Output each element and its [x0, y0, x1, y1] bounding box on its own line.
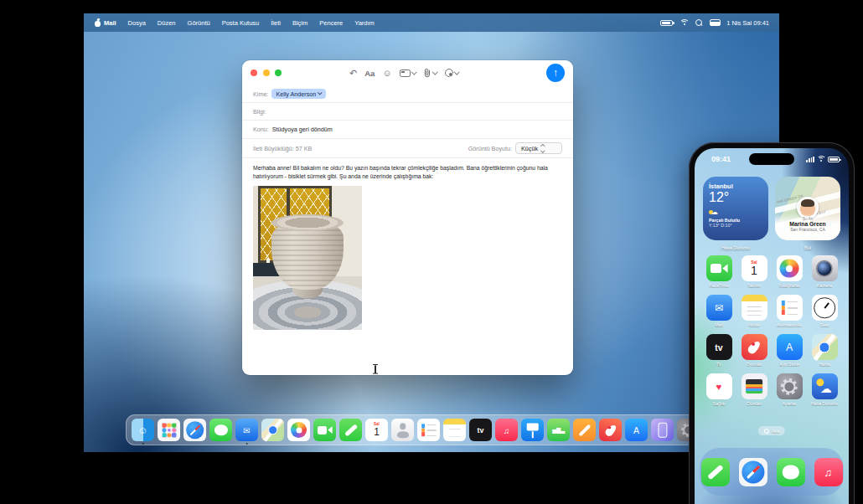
contacts-icon[interactable]	[391, 419, 414, 441]
home-app-clock[interactable]: Saat	[807, 295, 842, 327]
control-center-icon[interactable]	[710, 19, 720, 26]
dock-item-notes[interactable]	[442, 419, 467, 441]
close-button[interactable]	[251, 69, 257, 76]
menu-item-i̇leti[interactable]: İleti	[271, 19, 281, 27]
home-app-photos[interactable]: Fotoğraflar	[772, 255, 807, 288]
home-app-notes[interactable]: Notlar	[736, 295, 772, 327]
reminders-icon[interactable]	[417, 419, 440, 441]
music-icon[interactable]	[814, 458, 843, 486]
dock-item-music[interactable]	[494, 419, 519, 441]
dock-item-launchpad[interactable]	[157, 419, 181, 441]
home-app-settings[interactable]: Ayarlar	[772, 373, 807, 406]
zoom-button[interactable]	[275, 69, 282, 76]
message-body[interactable]: Merhaba anne! Bil bakalım ne oldu? Bu ya…	[242, 158, 573, 375]
dock-item-mail[interactable]	[235, 419, 259, 441]
attach-button[interactable]	[423, 68, 437, 78]
home-app-camera[interactable]: Kamera	[807, 255, 842, 288]
iphone-mirroring-icon[interactable]	[651, 419, 674, 441]
keynote-icon[interactable]	[521, 419, 544, 441]
facetime-icon[interactable]	[313, 419, 336, 441]
dock-item-keynote[interactable]	[520, 419, 545, 441]
facetime-icon[interactable]	[706, 255, 732, 281]
maps-icon[interactable]	[261, 419, 284, 441]
menu-bar-clock[interactable]: 1 Nis Sal 09:41	[726, 19, 769, 27]
menu-item-mail[interactable]: Mail	[104, 19, 116, 27]
camera-icon[interactable]	[812, 255, 838, 281]
dock-item-reminders[interactable]	[416, 419, 441, 441]
numbers-icon[interactable]	[547, 419, 570, 441]
photos-icon[interactable]	[777, 255, 803, 281]
dock-item-safari[interactable]	[183, 419, 207, 441]
dock-item-messages[interactable]	[209, 419, 233, 441]
more-actions-button[interactable]	[445, 69, 459, 77]
dock-item-games[interactable]	[598, 419, 623, 441]
settings-icon[interactable]	[777, 373, 803, 399]
wallet-icon[interactable]	[742, 373, 767, 399]
dock-item-calendar[interactable]: Sal1	[364, 419, 389, 441]
undo-button[interactable]: ↶	[349, 69, 357, 78]
weather-widget[interactable]: İstanbul 12° Parçalı Bulutlu Y:13° D:10°	[703, 177, 768, 240]
emoji-button[interactable]: ☺	[382, 69, 391, 78]
safari-icon[interactable]	[739, 458, 767, 486]
mail-icon[interactable]	[235, 419, 258, 441]
dock-item-pages[interactable]	[572, 419, 597, 441]
reminders-icon[interactable]	[777, 295, 803, 321]
launchpad-icon[interactable]	[158, 419, 180, 441]
home-app-games[interactable]: Oyunlar	[736, 334, 772, 367]
calendar-icon[interactable]: Sal1	[365, 419, 388, 441]
clock-icon[interactable]	[812, 295, 838, 321]
cc-field[interactable]: Bilgi:	[242, 103, 573, 121]
notes-icon[interactable]	[742, 295, 767, 321]
minimize-button[interactable]	[263, 69, 270, 76]
menu-item-dosya[interactable]: Dosya	[128, 19, 146, 27]
home-app-calendar[interactable]: Sal1Takvim	[736, 255, 772, 288]
apple-menu-icon[interactable]	[94, 18, 101, 27]
dock-item-facetime[interactable]	[313, 419, 337, 441]
home-app-appstore[interactable]: App Store	[772, 334, 807, 367]
recipient-token[interactable]: Kelly Anderson	[271, 89, 325, 99]
send-button[interactable]: ↑	[546, 64, 565, 82]
dock-item-phone[interactable]	[338, 419, 363, 441]
home-app-health[interactable]: Sağlık	[701, 373, 736, 406]
safari-icon[interactable]	[183, 419, 206, 441]
dock-item-appstore[interactable]	[624, 419, 649, 441]
phone-icon[interactable]	[339, 419, 362, 441]
battery-icon[interactable]	[660, 20, 673, 26]
games-icon[interactable]	[742, 334, 767, 360]
window-titlebar[interactable]: ↶ Aa ☺ ↑	[242, 60, 573, 85]
phone-icon[interactable]	[701, 458, 730, 486]
home-app-wallet[interactable]: Cüzdan	[736, 373, 772, 406]
maps-icon[interactable]	[812, 334, 838, 360]
dock-item-photos[interactable]	[287, 419, 311, 441]
calendar-icon[interactable]: Sal1	[742, 255, 767, 281]
weather-icon[interactable]	[812, 373, 838, 399]
menu-item-yardım[interactable]: Yardım	[354, 19, 375, 27]
dock-item-iphone-mirroring[interactable]	[650, 419, 674, 441]
appstore-icon[interactable]	[777, 334, 803, 360]
to-field[interactable]: Kime: Kelly Anderson	[242, 85, 573, 103]
home-app-mail[interactable]: Mail	[701, 295, 736, 327]
spotlight-search-icon[interactable]	[695, 19, 703, 27]
pages-icon[interactable]	[573, 419, 596, 441]
dock-item-finder[interactable]	[131, 419, 155, 441]
menu-item-pencere[interactable]: Pencere	[319, 19, 343, 27]
menu-item-düzen[interactable]: Düzen	[158, 19, 176, 27]
home-app-tv[interactable]: TV	[701, 334, 736, 367]
mail-icon[interactable]	[706, 295, 732, 321]
attached-pottery-photo[interactable]	[253, 186, 362, 330]
home-app-weather[interactable]: Hava Durumu	[807, 373, 842, 406]
home-app-facetime[interactable]: FaceTime	[701, 255, 736, 288]
games-icon[interactable]	[599, 419, 622, 441]
dock-item-contacts[interactable]	[390, 419, 415, 441]
finder-icon[interactable]	[132, 419, 154, 441]
health-icon[interactable]	[706, 373, 732, 399]
home-app-maps[interactable]: Harita	[807, 334, 842, 367]
home-app-reminders[interactable]: Anımsatıcılar	[772, 295, 807, 327]
subject-field[interactable]: Konu: Stüdyoya geri döndüm	[242, 121, 573, 139]
image-size-select[interactable]: Küçük	[515, 142, 562, 154]
menu-item-posta-kutusu[interactable]: Posta Kutusu	[222, 19, 260, 27]
appstore-icon[interactable]	[625, 419, 648, 441]
messages-icon[interactable]	[209, 419, 232, 441]
dock-item-maps[interactable]	[261, 419, 285, 441]
photos-icon[interactable]	[287, 419, 310, 441]
